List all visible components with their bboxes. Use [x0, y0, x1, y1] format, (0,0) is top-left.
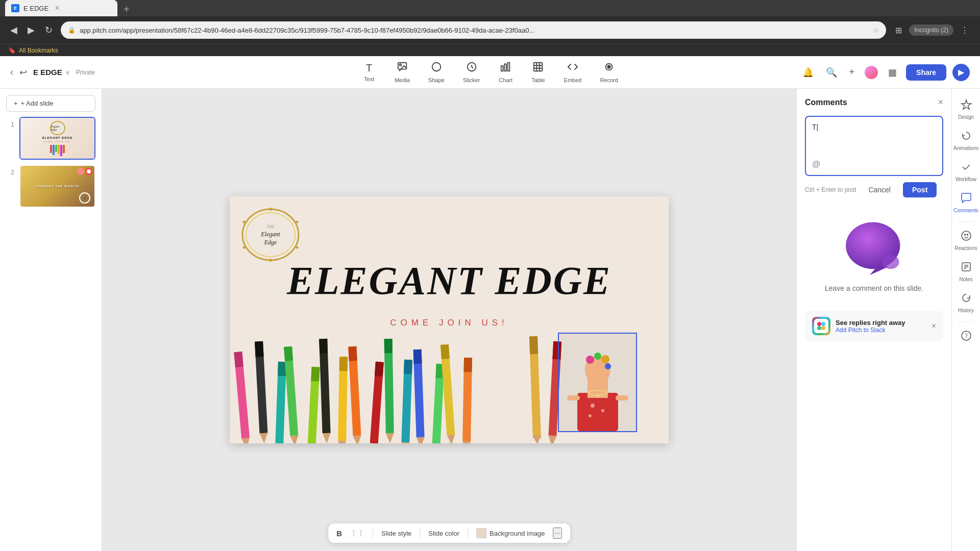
reload-button[interactable]: ↻ — [43, 22, 55, 38]
design-icon — [961, 99, 972, 113]
sidebar-item-animations[interactable]: Animations — [954, 126, 978, 155]
tool-chart[interactable]: Chart — [491, 58, 521, 86]
svg-point-2 — [432, 63, 441, 71]
tool-shape[interactable]: Shape — [420, 58, 453, 86]
tool-record[interactable]: Record — [592, 58, 626, 86]
tool-table[interactable]: Table — [523, 58, 554, 86]
svg-point-79 — [586, 356, 594, 364]
address-bar[interactable]: 🔒 app.pitch.com/app/presentation/58f67c2… — [61, 21, 886, 39]
svg-marker-69 — [462, 441, 471, 443]
background-image-label: Background image — [489, 530, 545, 537]
main-title: ELEGANT EDGE — [287, 258, 611, 304]
background-image-button[interactable]: Background image — [476, 528, 545, 538]
svg-marker-36 — [290, 435, 299, 443]
notifications-button[interactable]: 🔔 — [799, 64, 817, 81]
browser-chrome: E E EDGE × + ◀ ▶ ↻ 🔒 app.pitch.com/app/p… — [0, 0, 980, 56]
tool-text[interactable]: T Text — [354, 59, 384, 85]
slide-thumbnail-2[interactable]: CONQUER THE WORLD! ✦ — [19, 165, 95, 208]
favicon: E — [11, 4, 19, 12]
slide-item-1[interactable]: 1 Elegant Edge ELEGANT EDGE COME JOIN US… — [6, 117, 95, 160]
bookmarks-bar: 🔖 All Bookmarks — [0, 44, 980, 56]
browser-tabs: E E EDGE × + — [0, 0, 980, 16]
slide-color-label: Slide color — [428, 530, 459, 537]
svg-text:THE: THE — [266, 224, 275, 229]
cancel-comment-button[interactable]: Cancel — [862, 183, 897, 197]
new-tab-button[interactable]: + — [119, 2, 134, 16]
comments-header: Comments × — [805, 97, 943, 108]
comments-title: Comments — [805, 98, 847, 107]
svg-marker-72 — [533, 436, 542, 443]
url-text: app.pitch.com/app/presentation/58f67c22-… — [80, 27, 869, 34]
record-label: Record — [600, 77, 618, 83]
slide-canvas[interactable]: THE Elegant Edge — [230, 196, 669, 443]
svg-marker-30 — [259, 433, 268, 443]
tab-close-button[interactable]: × — [55, 4, 59, 13]
back-button[interactable]: ◀ — [8, 22, 19, 38]
svg-point-22 — [269, 259, 272, 262]
chart-icon — [500, 61, 511, 75]
incognito-button[interactable]: Incognito (2) — [909, 24, 953, 36]
svg-point-98 — [962, 231, 971, 240]
browser-tab[interactable]: E E EDGE × — [5, 0, 117, 16]
svg-point-19 — [269, 208, 272, 211]
plus-icon: + — [14, 99, 18, 107]
svg-text:?: ? — [965, 333, 968, 339]
sidebar-item-notes[interactable]: Notes — [954, 257, 978, 286]
sidebar-item-comments[interactable]: Comments — [954, 188, 978, 217]
add-slide-button[interactable]: + + Add slide — [6, 95, 95, 112]
tool-embed[interactable]: Embed — [556, 58, 590, 86]
bookmark-star[interactable]: ☆ — [873, 27, 879, 34]
collapse-sidebar-button[interactable]: ‹ — [10, 67, 13, 78]
more-options-button[interactable]: ··· — [553, 528, 561, 539]
tool-media[interactable]: Media — [386, 58, 418, 86]
reactions-label: Reactions — [954, 245, 977, 251]
slide-item-2[interactable]: 2 CONQUER THE WORLD! ✦ — [6, 165, 95, 208]
sidebar-item-history[interactable]: History — [954, 288, 978, 317]
sidebar-item-design[interactable]: Design — [954, 95, 978, 124]
close-comments-button[interactable]: × — [938, 97, 943, 108]
slide-color-button[interactable]: Slide color — [428, 530, 459, 537]
slide-style-button[interactable]: Slide style — [381, 530, 411, 537]
add-content-button[interactable]: + — [846, 64, 858, 81]
search-button[interactable]: 🔍 — [823, 64, 840, 81]
comment-input[interactable]: T| — [812, 123, 936, 154]
header-right: 🔔 🔍 + ▦ Share ▶ — [799, 64, 970, 81]
share-button[interactable]: Share — [906, 64, 946, 81]
present-button[interactable]: ▶ — [952, 64, 970, 81]
sidebar-item-help[interactable]: ? — [954, 326, 978, 348]
help-icon: ? — [961, 330, 972, 344]
slack-add-link[interactable]: Add Pitch to Slack — [836, 327, 926, 334]
svg-point-97 — [821, 326, 825, 330]
empty-comments-text: Leave a comment on this slide. — [825, 284, 923, 292]
svg-rect-32 — [278, 362, 286, 377]
sidebar-item-workflow[interactable]: Workflow — [954, 157, 978, 186]
present-settings-button[interactable]: ▦ — [885, 64, 900, 81]
undo-button[interactable]: ↩ — [19, 67, 27, 78]
tool-sticker[interactable]: Sticker — [455, 58, 488, 86]
bullet-icon: ⋮⋮ — [350, 529, 364, 537]
shape-icon — [431, 61, 442, 75]
project-visibility: Private — [76, 69, 95, 76]
mention-button[interactable]: @ — [812, 160, 820, 169]
comments-nav-icon — [961, 192, 972, 206]
text-icon: T — [366, 62, 372, 74]
comment-bubble-illustration — [844, 220, 905, 276]
app-header: ‹ ↩ E EDGE ∨ Private T Text Media — [0, 56, 980, 89]
side-icons-divider — [958, 221, 974, 222]
sidebar-item-reactions[interactable]: Reactions — [954, 226, 978, 255]
forward-button[interactable]: ▶ — [26, 22, 37, 38]
svg-point-96 — [817, 326, 821, 330]
comment-input-footer: @ — [812, 160, 936, 169]
extensions-button[interactable]: ⊞ — [892, 23, 905, 37]
post-comment-button[interactable]: Post — [903, 182, 937, 197]
svg-point-24 — [243, 221, 246, 223]
bold-button[interactable]: B — [336, 529, 342, 538]
slide-thumbnail-1[interactable]: Elegant Edge ELEGANT EDGE COME JOIN US! — [19, 117, 95, 160]
browser-menu-button[interactable]: ⋮ — [958, 23, 972, 37]
svg-rect-59 — [413, 349, 422, 364]
svg-rect-6 — [508, 63, 510, 71]
browser-actions: ⊞ Incognito (2) ⋮ — [892, 23, 972, 37]
close-slack-notification-button[interactable]: × — [932, 321, 936, 331]
character-element[interactable] — [558, 333, 637, 432]
svg-rect-35 — [284, 346, 293, 361]
